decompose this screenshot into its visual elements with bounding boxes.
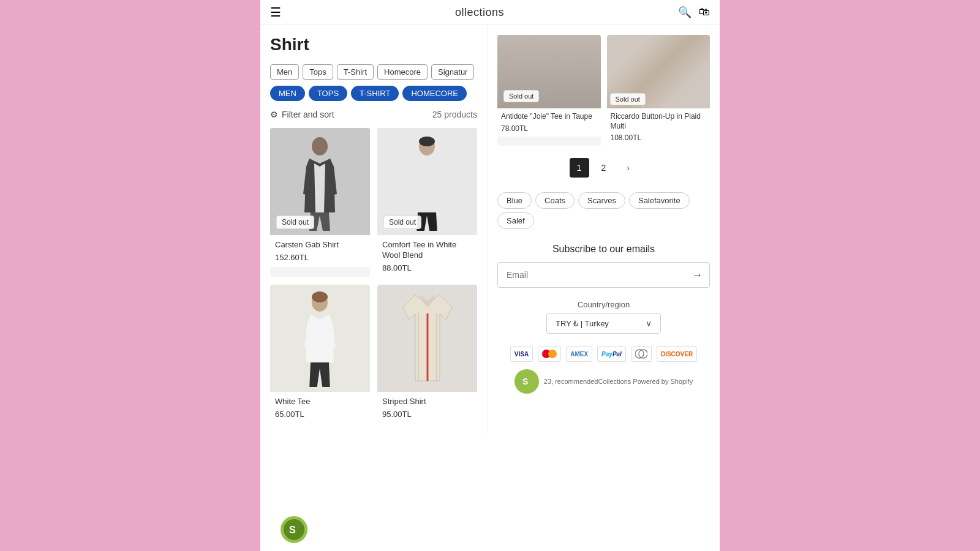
product-name-1: Carsten Gab Shirt: [275, 240, 365, 250]
menu-icon[interactable]: ☰: [270, 5, 281, 20]
tag-signature[interactable]: Signatur: [431, 64, 474, 80]
pagination: 1 2 ›: [497, 158, 710, 178]
shopify-badge[interactable]: S: [279, 514, 309, 545]
visa-icon: VISA: [510, 346, 533, 362]
filter-tags-filled: MEN TOPS T-SHIRT HOMECORE: [270, 86, 477, 101]
product-price-3: 65.00TL: [275, 410, 365, 419]
amex-icon: AMEX: [566, 346, 592, 362]
filter-sort-row: ⚙ Filter and sort 25 products: [270, 110, 477, 119]
svg-text:S: S: [522, 377, 528, 386]
content-area: Shirt Men Tops T-Shirt Homecore Signatur…: [260, 25, 720, 433]
filter-sort-button[interactable]: ⚙ Filter and sort: [270, 110, 334, 119]
right-product-info-2: Riccardo Button-Up in Plaid Multi 108.00…: [607, 108, 710, 146]
product-image-3: [270, 285, 370, 392]
diners-icon: [631, 346, 652, 362]
shopify-badge-svg: S: [283, 519, 305, 541]
email-submit-button[interactable]: →: [685, 263, 709, 287]
product-price-2: 88.00TL: [382, 263, 472, 272]
right-product-price-1: 78.00TL: [501, 124, 597, 133]
product-name-3: White Tee: [275, 397, 365, 407]
right-product-card-1[interactable]: Sold out Antidote "Joie" Tee in Taupe 78…: [497, 35, 601, 146]
footer-text: 23, recommendedCollections Powered by Sh…: [544, 378, 693, 385]
tag-filled-homecore[interactable]: HOMECORE: [402, 86, 467, 101]
product-price-1: 152.60TL: [275, 253, 365, 262]
product-image-2: Sold out: [377, 128, 477, 235]
product-info-4: Striped Shirt 95.00TL: [377, 392, 477, 424]
country-section: Country/region TRY ₺ | Turkey ∨: [497, 300, 710, 334]
header-icons: 🔍 🛍: [678, 6, 710, 19]
bag-icon[interactable]: 🛍: [699, 6, 710, 19]
product-image-4: [377, 285, 477, 392]
tag-filled-tops[interactable]: TOPS: [309, 86, 347, 101]
svg-point-2: [419, 137, 435, 146]
product-info-2: Comfort Tee in White Wool Blend 88.00TL: [377, 235, 477, 277]
sold-out-badge-right-2: Sold out: [610, 93, 646, 105]
shopify-logo-svg: S: [518, 372, 536, 391]
right-content: Sold out Antidote "Joie" Tee in Taupe 78…: [487, 25, 720, 433]
tag-tops[interactable]: Tops: [303, 64, 333, 80]
product-price-4: 95.00TL: [382, 410, 472, 419]
cat-tag-salef[interactable]: Salef: [497, 212, 534, 229]
header: ☰ ollections 🔍 🛍: [260, 0, 720, 25]
tag-tshirt[interactable]: T-Shirt: [337, 64, 374, 80]
email-input[interactable]: [498, 264, 685, 286]
left-content: Shirt Men Tops T-Shirt Homecore Signatur…: [260, 25, 487, 433]
right-product-image-2: Sold out: [607, 35, 710, 108]
svg-text:S: S: [289, 525, 296, 535]
right-product-info-1: Antidote "Joie" Tee in Taupe 78.00TL: [497, 108, 601, 137]
shirt-folded-svg: [385, 289, 470, 387]
shopify-footer: S 23, recommendedCollections Powered by …: [497, 369, 710, 394]
right-product-image-1: Sold out: [497, 35, 601, 108]
subscribe-section: Subscribe to our emails →: [497, 244, 710, 288]
cat-tag-blue[interactable]: Blue: [497, 192, 532, 209]
page-2-button[interactable]: 2: [594, 158, 614, 178]
search-icon[interactable]: 🔍: [678, 6, 692, 19]
product-card-1[interactable]: Sold out Carsten Gab Shirt 152.60TL: [270, 128, 370, 277]
category-tags: Blue Coats Scarves Salefavorite Salef: [497, 192, 710, 229]
mc-right: [548, 350, 557, 358]
tag-homecore[interactable]: Homecore: [377, 64, 428, 80]
filter-sort-label: Filter and sort: [282, 110, 334, 119]
product-card-3[interactable]: White Tee 65.00TL: [270, 285, 370, 424]
filter-tags-outline: Men Tops T-Shirt Homecore Signatur: [270, 64, 477, 80]
right-product-price-2: 108.00TL: [611, 133, 707, 142]
page-1-button[interactable]: 1: [570, 158, 589, 178]
right-products: Sold out Antidote "Joie" Tee in Taupe 78…: [497, 35, 710, 146]
tag-filled-tshirt[interactable]: T-SHIRT: [351, 86, 399, 101]
product-image-1: Sold out: [270, 128, 370, 235]
sold-out-badge-right-1: Sold out: [503, 90, 539, 102]
man-figure-white-front: [297, 289, 343, 387]
mastercard-icon: [538, 346, 561, 362]
subscribe-title: Subscribe to our emails: [497, 244, 710, 255]
shopify-logo: S: [514, 369, 539, 394]
filter-icon: ⚙: [270, 110, 278, 119]
svg-point-4: [312, 291, 328, 302]
email-row: →: [497, 262, 710, 288]
country-select[interactable]: TRY ₺ | Turkey ∨: [546, 313, 661, 334]
product-card-2[interactable]: Sold out Comfort Tee in White Wool Blend…: [377, 128, 477, 277]
right-product-name-2: Riccardo Button-Up in Plaid Multi: [611, 112, 707, 131]
payment-icons: VISA AMEX PayPal DISCOVER: [497, 346, 710, 362]
page-title: Shirt: [270, 35, 477, 54]
sold-out-badge-1: Sold out: [276, 216, 314, 229]
product-info-3: White Tee 65.00TL: [270, 392, 370, 424]
chevron-down-icon: ∨: [646, 318, 652, 328]
discover-icon: DISCOVER: [657, 346, 697, 362]
paypal-icon: PayPal: [597, 346, 626, 362]
product-info-1: Carsten Gab Shirt 152.60TL: [270, 235, 370, 267]
cat-tag-scarves[interactable]: Scarves: [578, 192, 625, 209]
tag-filled-men[interactable]: MEN: [270, 86, 305, 101]
page-next-button[interactable]: ›: [619, 158, 638, 178]
country-label: Country/region: [497, 300, 710, 309]
products-count: 25 products: [432, 110, 477, 119]
product-name-2: Comfort Tee in White Wool Blend: [382, 240, 472, 261]
product-card-4[interactable]: Striped Shirt 95.00TL: [377, 285, 477, 424]
right-product-name-1: Antidote "Joie" Tee in Taupe: [501, 112, 597, 122]
header-collections-title: ollections: [455, 6, 504, 19]
right-product-card-2[interactable]: Sold out Riccardo Button-Up in Plaid Mul…: [607, 35, 710, 146]
tag-men[interactable]: Men: [270, 64, 299, 80]
product-name-4: Striped Shirt: [382, 397, 472, 407]
svg-point-0: [312, 137, 328, 156]
cat-tag-salefavorite[interactable]: Salefavorite: [629, 192, 690, 209]
cat-tag-coats[interactable]: Coats: [535, 192, 575, 209]
